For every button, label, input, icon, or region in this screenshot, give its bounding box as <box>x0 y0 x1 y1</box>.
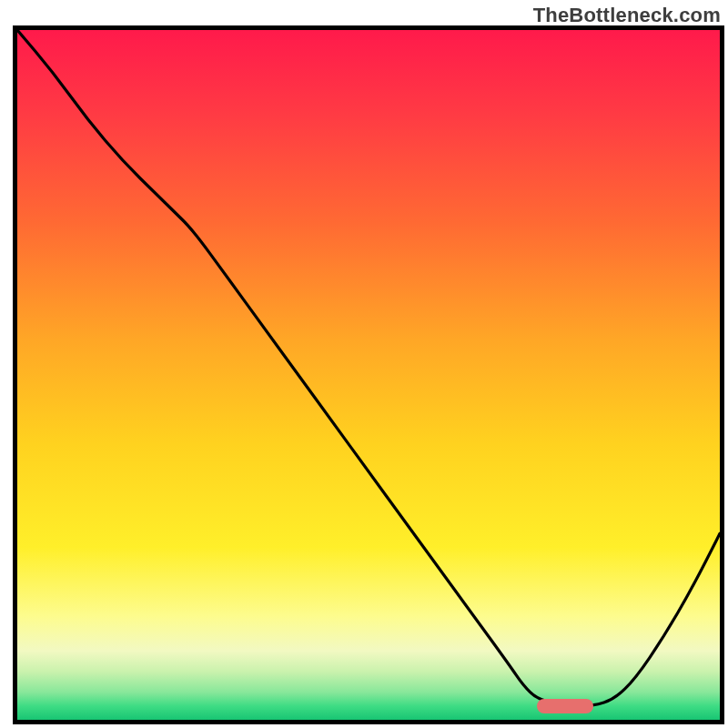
watermark-text: TheBottleneck.com <box>533 4 721 27</box>
bottleneck-curve <box>17 30 720 720</box>
optimal-range-marker <box>537 699 593 714</box>
plot-area <box>13 25 724 724</box>
chart-root: { "watermark": "TheBottleneck.com", "plo… <box>0 0 728 728</box>
